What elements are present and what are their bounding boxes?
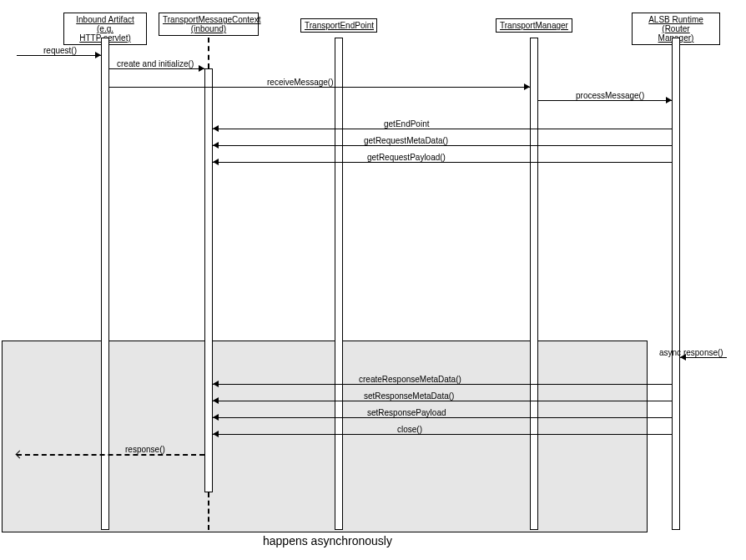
async-region bbox=[2, 341, 648, 532]
activation-p1 bbox=[101, 38, 109, 530]
label-getendpoint: getEndPoint bbox=[384, 119, 430, 129]
activation-p3 bbox=[335, 38, 343, 530]
msg-create-init bbox=[109, 68, 204, 69]
arrow-close bbox=[213, 431, 219, 437]
label-asyncresp: async response() bbox=[659, 348, 723, 357]
label-getreqmeta: getRequestMetaData() bbox=[364, 136, 448, 145]
label-request: request() bbox=[43, 46, 77, 55]
msg-setmeta bbox=[213, 401, 672, 401]
msg-getendpoint bbox=[213, 129, 672, 129]
participant-transport-endpoint: TransportEndPoint bbox=[300, 18, 377, 33]
label-receive: receiveMessage() bbox=[267, 78, 333, 87]
label-crmeta: createResponseMetaData() bbox=[359, 375, 461, 384]
arrow-process bbox=[666, 97, 672, 103]
msg-setpayload bbox=[213, 417, 672, 418]
lifeline-p2-dash-top bbox=[208, 38, 209, 68]
participant-transport-msg-context: TransportMessageContext (inbound) bbox=[159, 13, 259, 36]
activation-p2 bbox=[204, 68, 213, 492]
label-response: response() bbox=[125, 445, 165, 454]
arrow-create-init bbox=[199, 65, 204, 72]
sequence-diagram: { "chart_data": { "type": "sequence_diag… bbox=[0, 0, 746, 560]
msg-getreqpayload bbox=[213, 162, 672, 163]
msg-request bbox=[17, 55, 101, 56]
arrow-receive bbox=[524, 83, 530, 90]
msg-crmeta bbox=[213, 384, 672, 385]
msg-asyncresp bbox=[680, 357, 727, 358]
participant-transport-manager: TransportManager bbox=[496, 18, 572, 33]
arrow-crmeta bbox=[213, 381, 219, 387]
msg-getreqmeta bbox=[213, 145, 672, 146]
label-setmeta: setResponseMetaData() bbox=[364, 391, 454, 401]
arrow-setpayload bbox=[213, 414, 219, 421]
msg-response bbox=[17, 454, 204, 456]
arrow-request bbox=[95, 52, 101, 58]
arrow-setmeta bbox=[213, 397, 219, 404]
label-getreqpayload: getRequestPayload() bbox=[367, 153, 446, 162]
activation-p5 bbox=[672, 38, 680, 530]
msg-receive bbox=[109, 87, 530, 88]
msg-close bbox=[213, 434, 672, 435]
arrow-getendpoint bbox=[213, 125, 219, 132]
label-setpayload: setResponsePayload bbox=[367, 408, 446, 417]
label-create-init: create and initialize() bbox=[117, 59, 194, 68]
msg-process bbox=[538, 100, 672, 101]
activation-p4 bbox=[530, 38, 538, 530]
arrow-getreqpayload bbox=[213, 159, 219, 165]
lifeline-p2-dash-bottom bbox=[208, 492, 209, 530]
arrow-getreqmeta bbox=[213, 142, 219, 149]
label-close: close() bbox=[397, 425, 422, 434]
label-process: processMessage() bbox=[576, 91, 644, 100]
async-region-label: happens asynchronously bbox=[263, 534, 392, 547]
